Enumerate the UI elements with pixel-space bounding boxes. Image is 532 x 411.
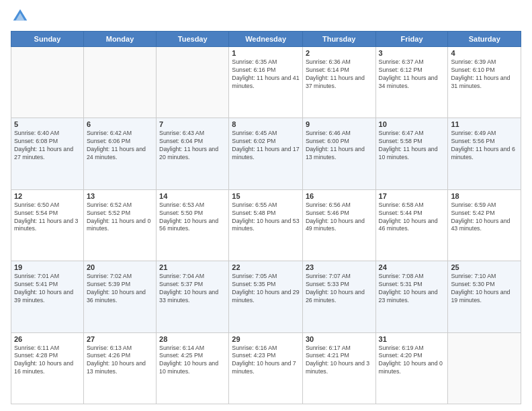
day-number: 4 (451, 49, 518, 57)
day-number: 24 (379, 263, 445, 271)
calendar-cell: 12Sunrise: 6:50 AM Sunset: 5:54 PM Dayli… (11, 189, 84, 261)
day-info: Sunrise: 6:45 AM Sunset: 6:02 PM Dayligh… (232, 130, 300, 162)
day-number: 13 (87, 192, 153, 200)
day-header-tuesday: Tuesday (157, 32, 229, 47)
day-info: Sunrise: 6:35 AM Sunset: 6:16 PM Dayligh… (232, 58, 300, 91)
calendar-cell: 28Sunrise: 6:14 AM Sunset: 4:25 PM Dayli… (157, 332, 229, 404)
calendar-cell: 7Sunrise: 6:43 AM Sunset: 6:04 PM Daylig… (157, 118, 229, 189)
calendar-cell: 25Sunrise: 7:10 AM Sunset: 5:30 PM Dayli… (448, 261, 521, 332)
calendar-cell: 21Sunrise: 7:04 AM Sunset: 5:37 PM Dayli… (157, 261, 229, 332)
calendar-week-4: 19Sunrise: 7:01 AM Sunset: 5:41 PM Dayli… (11, 261, 521, 332)
calendar-cell: 31Sunrise: 6:19 AM Sunset: 4:20 PM Dayli… (375, 332, 448, 404)
calendar-cell: 22Sunrise: 7:05 AM Sunset: 5:35 PM Dayli… (229, 261, 303, 332)
calendar-cell: 24Sunrise: 7:08 AM Sunset: 5:31 PM Dayli… (375, 261, 448, 332)
calendar-cell: 6Sunrise: 6:42 AM Sunset: 6:06 PM Daylig… (83, 118, 156, 189)
page: SundayMondayTuesdayWednesdayThursdayFrid… (0, 0, 532, 411)
day-number: 9 (306, 120, 373, 128)
day-number: 12 (14, 192, 81, 200)
day-info: Sunrise: 6:52 AM Sunset: 5:52 PM Dayligh… (87, 201, 153, 234)
day-header-friday: Friday (375, 32, 448, 47)
day-info: Sunrise: 7:08 AM Sunset: 5:31 PM Dayligh… (379, 273, 445, 305)
day-number: 7 (159, 120, 226, 128)
day-number: 29 (232, 335, 300, 343)
calendar-cell: 20Sunrise: 7:02 AM Sunset: 5:39 PM Dayli… (83, 261, 156, 332)
day-header-wednesday: Wednesday (229, 32, 303, 47)
day-info: Sunrise: 6:43 AM Sunset: 6:04 PM Dayligh… (159, 130, 226, 162)
calendar-cell (448, 332, 521, 404)
day-number: 23 (306, 263, 373, 271)
calendar-cell: 1Sunrise: 6:35 AM Sunset: 6:16 PM Daylig… (229, 47, 303, 118)
day-header-saturday: Saturday (448, 32, 521, 47)
logo-icon (11, 7, 30, 26)
day-number: 6 (87, 120, 153, 128)
day-info: Sunrise: 6:53 AM Sunset: 5:50 PM Dayligh… (159, 201, 226, 234)
calendar-week-1: 1Sunrise: 6:35 AM Sunset: 6:16 PM Daylig… (11, 47, 521, 118)
day-info: Sunrise: 6:46 AM Sunset: 6:00 PM Dayligh… (306, 130, 373, 162)
day-number: 10 (379, 120, 445, 128)
day-info: Sunrise: 7:05 AM Sunset: 5:35 PM Dayligh… (232, 273, 300, 305)
calendar-cell: 29Sunrise: 6:16 AM Sunset: 4:23 PM Dayli… (229, 332, 303, 404)
calendar-cell: 23Sunrise: 7:07 AM Sunset: 5:33 PM Dayli… (302, 261, 375, 332)
day-info: Sunrise: 7:01 AM Sunset: 5:41 PM Dayligh… (14, 273, 81, 305)
day-number: 27 (87, 335, 153, 343)
day-number: 17 (379, 192, 445, 200)
day-info: Sunrise: 6:59 AM Sunset: 5:42 PM Dayligh… (451, 201, 518, 234)
day-number: 31 (379, 335, 445, 343)
day-number: 22 (232, 263, 300, 271)
day-info: Sunrise: 7:10 AM Sunset: 5:30 PM Dayligh… (451, 273, 518, 305)
day-info: Sunrise: 7:02 AM Sunset: 5:39 PM Dayligh… (87, 273, 153, 305)
calendar-cell: 18Sunrise: 6:59 AM Sunset: 5:42 PM Dayli… (448, 189, 521, 261)
day-info: Sunrise: 6:42 AM Sunset: 6:06 PM Dayligh… (87, 130, 153, 162)
calendar-cell: 14Sunrise: 6:53 AM Sunset: 5:50 PM Dayli… (157, 189, 229, 261)
header (11, 7, 521, 26)
day-number: 21 (159, 263, 226, 271)
calendar-cell: 17Sunrise: 6:58 AM Sunset: 5:44 PM Dayli… (375, 189, 448, 261)
calendar-body: 1Sunrise: 6:35 AM Sunset: 6:16 PM Daylig… (11, 47, 521, 404)
day-info: Sunrise: 6:40 AM Sunset: 6:08 PM Dayligh… (14, 130, 81, 162)
calendar-cell: 10Sunrise: 6:47 AM Sunset: 5:58 PM Dayli… (375, 118, 448, 189)
day-header-monday: Monday (83, 32, 156, 47)
day-number: 2 (306, 49, 373, 57)
calendar-cell: 2Sunrise: 6:36 AM Sunset: 6:14 PM Daylig… (302, 47, 375, 118)
calendar-cell: 5Sunrise: 6:40 AM Sunset: 6:08 PM Daylig… (11, 118, 84, 189)
day-number: 15 (232, 192, 300, 200)
calendar-week-2: 5Sunrise: 6:40 AM Sunset: 6:08 PM Daylig… (11, 118, 521, 189)
day-info: Sunrise: 6:56 AM Sunset: 5:46 PM Dayligh… (306, 201, 373, 234)
day-header-thursday: Thursday (302, 32, 375, 47)
day-info: Sunrise: 6:50 AM Sunset: 5:54 PM Dayligh… (14, 201, 81, 234)
calendar-cell: 19Sunrise: 7:01 AM Sunset: 5:41 PM Dayli… (11, 261, 84, 332)
calendar-cell: 4Sunrise: 6:39 AM Sunset: 6:10 PM Daylig… (448, 47, 521, 118)
day-number: 11 (451, 120, 518, 128)
day-info: Sunrise: 6:39 AM Sunset: 6:10 PM Dayligh… (451, 58, 518, 91)
calendar-cell: 15Sunrise: 6:55 AM Sunset: 5:48 PM Dayli… (229, 189, 303, 261)
day-info: Sunrise: 6:49 AM Sunset: 5:56 PM Dayligh… (451, 130, 518, 162)
day-info: Sunrise: 6:14 AM Sunset: 4:25 PM Dayligh… (159, 345, 226, 377)
calendar-cell: 3Sunrise: 6:37 AM Sunset: 6:12 PM Daylig… (375, 47, 448, 118)
day-number: 30 (306, 335, 373, 343)
day-info: Sunrise: 6:47 AM Sunset: 5:58 PM Dayligh… (379, 130, 445, 162)
calendar-cell: 27Sunrise: 6:13 AM Sunset: 4:26 PM Dayli… (83, 332, 156, 404)
day-info: Sunrise: 6:16 AM Sunset: 4:23 PM Dayligh… (232, 345, 300, 377)
calendar-week-3: 12Sunrise: 6:50 AM Sunset: 5:54 PM Dayli… (11, 189, 521, 261)
day-info: Sunrise: 6:17 AM Sunset: 4:21 PM Dayligh… (306, 345, 373, 377)
day-info: Sunrise: 6:58 AM Sunset: 5:44 PM Dayligh… (379, 201, 445, 234)
day-header-sunday: Sunday (11, 32, 84, 47)
calendar-cell: 13Sunrise: 6:52 AM Sunset: 5:52 PM Dayli… (83, 189, 156, 261)
day-info: Sunrise: 6:19 AM Sunset: 4:20 PM Dayligh… (379, 345, 445, 377)
day-info: Sunrise: 7:07 AM Sunset: 5:33 PM Dayligh… (306, 273, 373, 305)
day-number: 14 (159, 192, 226, 200)
day-info: Sunrise: 6:37 AM Sunset: 6:12 PM Dayligh… (379, 58, 445, 91)
days-header-row: SundayMondayTuesdayWednesdayThursdayFrid… (11, 32, 521, 47)
calendar-cell: 9Sunrise: 6:46 AM Sunset: 6:00 PM Daylig… (302, 118, 375, 189)
day-number: 16 (306, 192, 373, 200)
day-number: 26 (14, 335, 81, 343)
day-number: 19 (14, 263, 81, 271)
calendar-header: SundayMondayTuesdayWednesdayThursdayFrid… (11, 32, 521, 47)
day-info: Sunrise: 6:13 AM Sunset: 4:26 PM Dayligh… (87, 345, 153, 377)
calendar-cell: 26Sunrise: 6:11 AM Sunset: 4:28 PM Dayli… (11, 332, 84, 404)
day-number: 18 (451, 192, 518, 200)
day-info: Sunrise: 7:04 AM Sunset: 5:37 PM Dayligh… (159, 273, 226, 305)
day-info: Sunrise: 6:11 AM Sunset: 4:28 PM Dayligh… (14, 345, 81, 377)
calendar-cell: 11Sunrise: 6:49 AM Sunset: 5:56 PM Dayli… (448, 118, 521, 189)
day-number: 28 (159, 335, 226, 343)
